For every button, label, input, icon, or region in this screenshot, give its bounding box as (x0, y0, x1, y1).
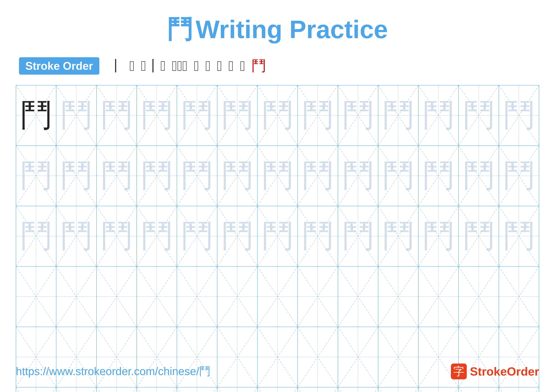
grid-cell-4-1[interactable] (16, 267, 56, 327)
grid-cell-2-11[interactable]: 鬥 (418, 146, 459, 206)
grid-cell-3-5[interactable]: 鬥 (177, 206, 217, 266)
grid-cell-6-7[interactable] (258, 387, 298, 392)
grid-cell-1-12[interactable]: 鬥 (459, 86, 499, 145)
grid-cell-2-2[interactable]: 鬥 (56, 146, 96, 206)
grid-cell-1-13[interactable]: 鬥 (499, 86, 539, 145)
grid-cell-4-2[interactable] (56, 267, 96, 327)
svg-line-47 (418, 146, 458, 206)
svg-line-39 (258, 146, 297, 206)
svg-line-43 (338, 146, 378, 206)
svg-line-76 (499, 206, 539, 266)
svg-line-37 (217, 146, 257, 206)
svg-line-8 (177, 86, 217, 145)
svg-line-73 (418, 206, 458, 266)
grid-cell-6-5[interactable] (177, 387, 217, 392)
grid-cell-6-9[interactable] (338, 387, 378, 392)
grid-cell-6-3[interactable] (97, 387, 137, 392)
grid-cell-6-10[interactable] (378, 387, 418, 392)
grid-cell-1-7[interactable]: 鬥 (258, 86, 298, 145)
grid-cell-3-2[interactable]: 鬥 (56, 206, 96, 266)
grid-cell-1-2[interactable]: 鬥 (56, 86, 96, 145)
svg-line-67 (298, 206, 338, 266)
grid-cell-6-2[interactable] (56, 387, 96, 392)
svg-line-3 (56, 86, 96, 145)
grid-cell-6-13[interactable] (499, 387, 539, 392)
grid-cell-4-3[interactable] (97, 267, 137, 327)
grid-cell-1-4[interactable]: 鬥 (137, 86, 177, 145)
grid-cell-4-12[interactable] (459, 267, 499, 327)
svg-line-30 (97, 146, 137, 206)
grid-cell-4-9[interactable] (338, 267, 378, 327)
stroke-3: ⿰丨𠃌 (141, 56, 166, 76)
grid-cell-2-9[interactable]: 鬥 (338, 146, 378, 206)
stroke-sequence: 丨 𠃌 ⿰丨𠃌 ⿰𠃍丨 𠄌 𠄍 𠄎 𠄏 𠄐 鬥 (109, 56, 266, 76)
grid-cell-2-10[interactable]: 鬥 (378, 146, 418, 206)
grid-cell-4-6[interactable] (217, 267, 258, 327)
svg-line-54 (56, 206, 96, 266)
svg-line-2 (56, 86, 96, 145)
grid-cell-3-1[interactable]: 鬥 (16, 206, 56, 266)
svg-line-65 (258, 206, 297, 266)
grid-cell-4-13[interactable] (499, 267, 539, 327)
grid-cell-6-4[interactable] (137, 387, 177, 392)
grid-cell-2-8[interactable]: 鬥 (298, 146, 338, 206)
svg-line-102 (499, 267, 539, 327)
grid-cell-3-6[interactable]: 鬥 (217, 206, 258, 266)
grid-cell-3-7[interactable]: 鬥 (258, 206, 298, 266)
grid-cell-2-1[interactable]: 鬥 (16, 146, 56, 206)
grid-cell-1-11[interactable]: 鬥 (418, 86, 459, 145)
grid-cell-6-1[interactable] (16, 387, 56, 392)
grid-cell-6-12[interactable] (459, 387, 499, 392)
grid-cell-3-9[interactable]: 鬥 (338, 206, 378, 266)
svg-line-81 (56, 267, 96, 327)
char-dark-1: 鬥 (20, 100, 52, 131)
grid-cell-1-3[interactable]: 鬥 (97, 86, 137, 145)
grid-cell-6-8[interactable] (298, 387, 338, 392)
grid-cell-4-10[interactable] (378, 267, 418, 327)
grid-cell-4-11[interactable] (418, 267, 459, 327)
svg-line-44 (378, 146, 418, 206)
svg-line-6 (137, 86, 177, 145)
grid-cell-3-8[interactable]: 鬥 (298, 206, 338, 266)
grid-cell-1-5[interactable]: 鬥 (177, 86, 217, 145)
grid-cell-3-13[interactable]: 鬥 (499, 206, 539, 266)
svg-line-56 (97, 206, 137, 266)
svg-line-5 (97, 86, 137, 145)
grid-cell-1-6[interactable]: 鬥 (217, 86, 258, 145)
svg-line-96 (378, 267, 418, 327)
grid-cell-3-10[interactable]: 鬥 (378, 206, 418, 266)
grid-cell-4-5[interactable] (177, 267, 217, 327)
grid-cell-2-7[interactable]: 鬥 (258, 146, 298, 206)
svg-line-22 (459, 86, 498, 145)
svg-line-146 (338, 387, 378, 392)
svg-line-23 (459, 86, 498, 145)
grid-cell-1-9[interactable]: 鬥 (338, 86, 378, 145)
svg-line-101 (459, 267, 498, 327)
grid-cell-1-10[interactable]: 鬥 (378, 86, 418, 145)
grid-cell-2-4[interactable]: 鬥 (137, 146, 177, 206)
grid-cell-2-3[interactable]: 鬥 (97, 146, 137, 206)
grid-cell-3-11[interactable]: 鬥 (418, 206, 459, 266)
grid-cell-1-8[interactable]: 鬥 (298, 86, 338, 145)
grid-cell-4-4[interactable] (137, 267, 177, 327)
grid-cell-6-6[interactable] (217, 387, 258, 392)
svg-line-83 (97, 267, 137, 327)
stroke-5: 𠄌 (194, 58, 199, 74)
grid-cell-2-12[interactable]: 鬥 (459, 146, 499, 206)
grid-cell-3-12[interactable]: 鬥 (459, 206, 499, 266)
svg-line-68 (338, 206, 378, 266)
grid-cell-1-1[interactable]: 鬥 (16, 86, 56, 145)
svg-line-7 (137, 86, 177, 145)
grid-cell-2-6[interactable]: 鬥 (217, 146, 258, 206)
grid-cell-3-3[interactable]: 鬥 (97, 206, 137, 266)
grid-cell-6-11[interactable] (418, 387, 459, 392)
grid-cell-4-8[interactable] (298, 267, 338, 327)
grid-cell-3-4[interactable]: 鬥 (137, 206, 177, 266)
svg-line-141 (217, 387, 257, 392)
grid-cell-2-5[interactable]: 鬥 (177, 146, 217, 206)
svg-line-99 (418, 267, 458, 327)
stroke-4: ⿰𠃍丨 (172, 58, 188, 74)
svg-line-154 (499, 387, 539, 392)
grid-cell-4-7[interactable] (258, 267, 298, 327)
grid-cell-2-13[interactable]: 鬥 (499, 146, 539, 206)
